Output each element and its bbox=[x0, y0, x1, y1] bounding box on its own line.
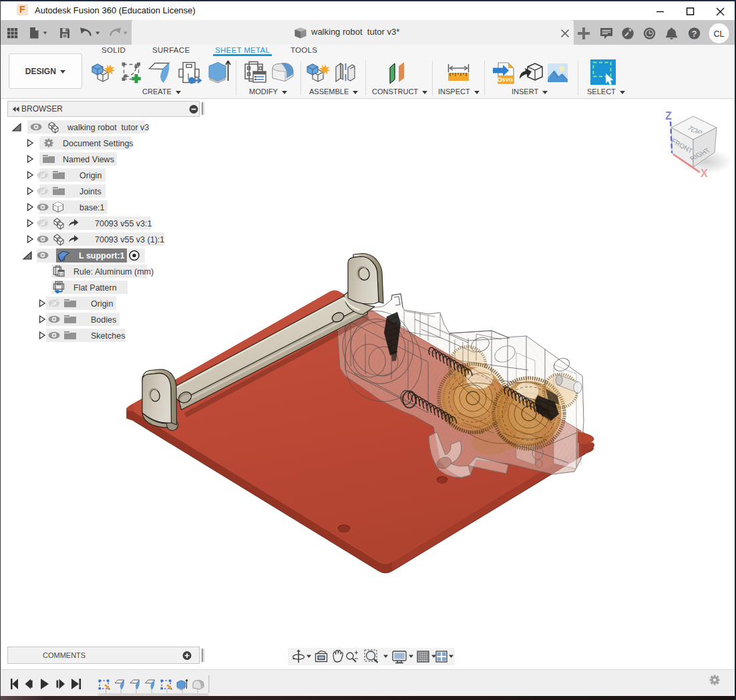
svg-text:base:1: base:1 bbox=[79, 203, 105, 212]
svg-text:Z: Z bbox=[665, 110, 672, 122]
svg-text:Rule: Aluminum (mm): Rule: Aluminum (mm) bbox=[73, 267, 154, 277]
svg-text:SVG: SVG bbox=[502, 77, 513, 83]
svg-text:Document Settings: Document Settings bbox=[63, 139, 134, 148]
svg-text:L support:1: L support:1 bbox=[79, 251, 125, 260]
svg-text:70093 v55 v3 (1):1: 70093 v55 v3 (1):1 bbox=[95, 235, 164, 244]
svg-text:Sketches: Sketches bbox=[91, 331, 125, 341]
svg-text:Origin: Origin bbox=[91, 299, 113, 309]
svg-text:Joints: Joints bbox=[79, 187, 102, 196]
svg-text:walking robot tutor v3: walking robot tutor v3 bbox=[67, 123, 149, 132]
svg-text:CL: CL bbox=[714, 29, 725, 39]
svg-text:70093 v55 v3:1: 70093 v55 v3:1 bbox=[95, 219, 152, 228]
svg-text:?: ? bbox=[692, 29, 697, 39]
svg-text:Bodies: Bodies bbox=[91, 315, 116, 325]
svg-text:Flat Pattern: Flat Pattern bbox=[73, 283, 117, 293]
svg-text:Named Views: Named Views bbox=[63, 155, 114, 164]
svg-text:X: X bbox=[701, 168, 708, 179]
svg-text:Origin: Origin bbox=[79, 171, 102, 180]
